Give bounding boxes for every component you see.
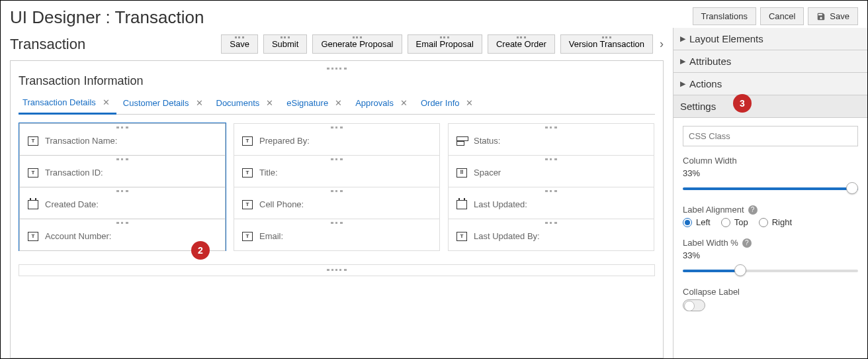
field-label: Email: [259, 231, 283, 241]
action-save[interactable]: Save [221, 34, 258, 54]
calendar-icon [456, 200, 467, 209]
accordion-label: Actions [689, 78, 722, 89]
close-icon[interactable]: ✕ [103, 97, 110, 107]
column-width-slider[interactable] [683, 182, 858, 194]
label-width-label: Label Width % ? [683, 238, 858, 248]
accordion-label: Settings [680, 101, 716, 112]
canvas: Transaction Information Transaction Deta… [10, 60, 664, 358]
tab-documents[interactable]: Documents ✕ [212, 94, 281, 113]
save-icon [816, 12, 826, 21]
translations-button[interactable]: Translations [693, 7, 756, 25]
radio-top[interactable]: Top [721, 217, 748, 227]
field-label: Prepared By: [259, 136, 310, 146]
radio-left[interactable]: Left [683, 217, 711, 227]
tab-label: eSignature [286, 98, 328, 108]
triangle-right-icon: ▶ [680, 57, 685, 66]
label-width-value: 33% [683, 250, 858, 260]
accordion-settings[interactable]: Settings 3 [673, 95, 867, 118]
text-field-icon: T [28, 232, 38, 241]
action-submit[interactable]: Submit [263, 34, 307, 54]
tab-customer-details[interactable]: Customer Details ✕ [119, 94, 210, 113]
triangle-right-icon: ▶ [680, 79, 685, 88]
column-2[interactable]: TPrepared By: TTitle: TCell Phone: TEmai… [233, 123, 441, 251]
help-icon[interactable]: ? [742, 238, 752, 248]
tab-label: Transaction Details [22, 97, 96, 107]
tab-esignature[interactable]: eSignature ✕ [282, 94, 349, 113]
accordion-label: Layout Elements [689, 33, 763, 44]
cancel-button[interactable]: Cancel [760, 7, 804, 25]
tab-order-info[interactable]: Order Info ✕ [417, 94, 480, 113]
tab-label: Approvals [355, 98, 394, 108]
callout-badge-3: 3 [733, 94, 752, 113]
field-transaction-id[interactable]: TTransaction ID: [19, 155, 226, 187]
spacer-icon: ⠿ [456, 168, 467, 178]
action-buttons: Save Submit Generate Proposal Email Prop… [221, 34, 653, 54]
sidebar: ▶Layout Elements ▶Attributes ▶Actions Se… [673, 28, 867, 358]
drag-handle-icon[interactable] [327, 269, 347, 272]
accordion-actions[interactable]: ▶Actions [673, 73, 867, 95]
field-email[interactable]: TEmail: [234, 219, 440, 251]
accordion-layout-elements[interactable]: ▶Layout Elements [673, 28, 867, 50]
column-1[interactable]: TTransaction Name: TTransaction ID: Crea… [19, 123, 226, 251]
fields-grid: TTransaction Name: TTransaction ID: Crea… [19, 123, 655, 251]
field-cell-phone[interactable]: TCell Phone: [234, 187, 440, 219]
field-prepared-by[interactable]: TPrepared By: [234, 123, 440, 156]
field-last-updated-by[interactable]: TLast Updated By: [448, 219, 654, 251]
action-create-order[interactable]: Create Order [488, 34, 555, 54]
action-email-proposal[interactable]: Email Proposal [408, 34, 482, 54]
label-width-slider[interactable] [683, 264, 858, 276]
drag-handle-icon[interactable] [327, 68, 347, 70]
status-icon [456, 136, 467, 146]
close-icon[interactable]: ✕ [335, 98, 342, 108]
tab-transaction-details[interactable]: Transaction Details ✕ [19, 93, 116, 115]
accordion-label: Attributes [689, 56, 731, 67]
settings-body: Column Width 33% Label Alignment ? Left … [673, 118, 867, 358]
action-generate-proposal[interactable]: Generate Proposal [312, 34, 402, 54]
close-icon[interactable]: ✕ [266, 98, 273, 108]
drop-zone[interactable] [19, 264, 655, 276]
field-last-updated[interactable]: Last Updated: [448, 187, 654, 219]
text-field-icon: T [242, 232, 253, 241]
field-status[interactable]: Status: [448, 123, 654, 156]
tab-approvals[interactable]: Approvals ✕ [351, 94, 414, 113]
close-icon[interactable]: ✕ [400, 98, 408, 108]
text-field-icon: T [242, 136, 253, 146]
text-field-icon: T [28, 136, 38, 146]
close-icon[interactable]: ✕ [196, 98, 203, 108]
action-version-transaction[interactable]: Version Transaction [560, 34, 653, 54]
page-title: UI Designer : Transaction [10, 7, 204, 28]
field-label: Last Updated By: [474, 231, 540, 241]
save-button[interactable]: Save [808, 7, 858, 25]
radio-right[interactable]: Right [759, 217, 792, 227]
callout-badge-2: 2 [191, 241, 210, 260]
accordion-attributes[interactable]: ▶Attributes [673, 50, 867, 73]
field-label: Transaction ID: [45, 168, 103, 178]
css-class-input[interactable] [683, 126, 858, 146]
label-alignment-radios: Left Top Right [683, 217, 858, 227]
field-label: Created Date: [45, 199, 99, 209]
help-icon[interactable]: ? [748, 205, 758, 215]
chevron-right-icon[interactable]: › [660, 37, 664, 51]
close-icon[interactable]: ✕ [466, 98, 473, 108]
field-label: Spacer [474, 168, 501, 178]
field-transaction-name[interactable]: TTransaction Name: [19, 123, 226, 156]
text-field-icon: T [242, 200, 253, 209]
field-label: Transaction Name: [45, 136, 117, 146]
radio-label: Left [696, 217, 711, 227]
text-field-icon: T [456, 232, 467, 241]
field-label: Status: [474, 136, 500, 146]
section-title: Transaction [10, 36, 85, 53]
radio-label: Top [734, 217, 748, 227]
collapse-label-toggle[interactable] [683, 299, 705, 311]
calendar-icon [28, 200, 38, 209]
field-created-date[interactable]: Created Date: [19, 187, 226, 219]
collapse-label-label: Collapse Label [683, 287, 858, 297]
top-actions: Translations Cancel Save [693, 7, 858, 25]
field-spacer[interactable]: ⠿Spacer [448, 155, 654, 187]
field-label: Account Number: [45, 231, 111, 241]
column-3[interactable]: Status: ⠿Spacer Last Updated: TLast Upda… [447, 123, 655, 251]
field-title[interactable]: TTitle: [234, 155, 440, 187]
text-field-icon: T [242, 168, 253, 178]
label-alignment-label: Label Alignment ? [683, 205, 858, 215]
field-label: Last Updated: [474, 199, 527, 209]
